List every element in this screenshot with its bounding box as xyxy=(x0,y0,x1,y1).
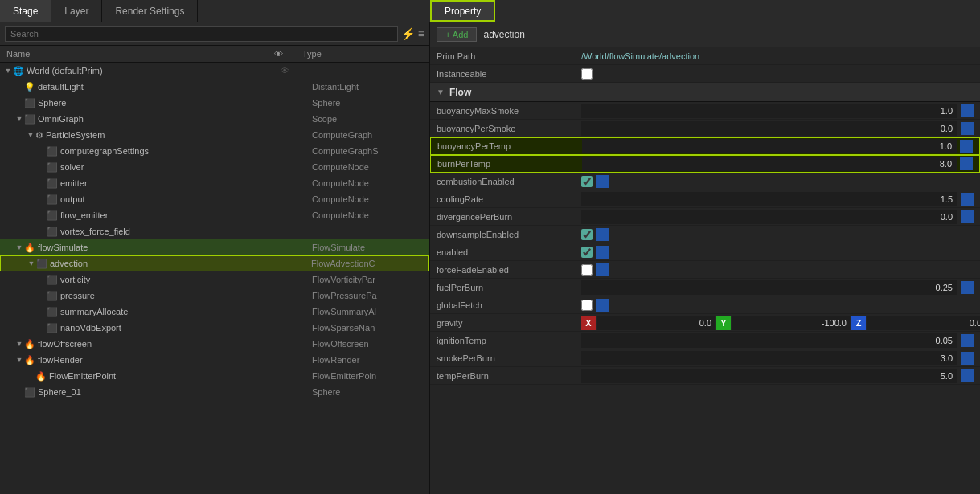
tree-expand-icon[interactable]: ▼ xyxy=(27,259,36,267)
tree-row[interactable]: ⬛Sphere_01Sphere xyxy=(0,384,429,400)
tree-expand-icon[interactable]: ▼ xyxy=(26,131,35,139)
prop-checkbox-combustionEnabled[interactable] xyxy=(581,176,593,187)
prop-btn-enabled[interactable] xyxy=(596,246,609,259)
tree-expand-icon[interactable]: ▼ xyxy=(3,67,13,75)
tree-row[interactable]: ⬛nanoVdbExportFlowSparseNan xyxy=(0,320,429,336)
prop-btn-buoyancyMaxSmoke[interactable] xyxy=(961,104,974,117)
tree-node-icon: 🔥 xyxy=(24,339,35,349)
tab-layer[interactable]: Layer xyxy=(51,0,102,22)
tree-node-label: advection xyxy=(50,259,260,268)
tree-expand-icon[interactable]: ▼ xyxy=(14,356,24,364)
prop-input-ignitionTemp[interactable] xyxy=(581,333,957,348)
tree-expand-icon[interactable]: ▼ xyxy=(14,115,24,123)
tree-row[interactable]: ▼🌐World (defaultPrim)👁 xyxy=(0,63,429,79)
tree-node-label: output xyxy=(60,194,260,204)
prop-btn-combustionEnabled[interactable] xyxy=(596,175,609,188)
tree-row[interactable]: ⬛vorticityFlowVorticityPar xyxy=(0,271,429,288)
prop-btn-buoyancyPerSmoke[interactable] xyxy=(961,122,974,135)
prim-path-value-area: /World/flowSimulate/advection xyxy=(581,51,974,61)
prop-btn-burnPerTemp[interactable] xyxy=(960,157,973,170)
prop-btn-fuelPerBurn[interactable] xyxy=(961,281,974,294)
prop-value-area-buoyancyPerSmoke xyxy=(581,121,974,136)
tree-row[interactable]: 💡defaultLightDistantLight xyxy=(0,79,429,95)
prop-input-divergencePerBurn[interactable] xyxy=(581,210,957,224)
tree-row[interactable]: ▼🔥flowRenderFlowRender xyxy=(0,352,429,368)
prop-input-burnPerTemp[interactable] xyxy=(582,157,957,171)
prop-btn-coolingRate[interactable] xyxy=(961,193,974,206)
tree-row[interactable]: ▼⬛OmniGraphScope xyxy=(0,111,429,127)
prop-checkbox-downsampleEnabled[interactable] xyxy=(581,229,593,240)
property-row-buoyancyPerTemp: buoyancyPerTemp xyxy=(430,137,980,155)
tree-row[interactable]: ⬛summaryAllocateFlowSummaryAl xyxy=(0,304,429,320)
prop-checkbox-enabled[interactable] xyxy=(581,247,593,258)
tree-area[interactable]: ▼🌐World (defaultPrim)👁💡defaultLightDista… xyxy=(0,63,429,494)
add-button[interactable]: + Add xyxy=(437,27,477,42)
tree-row[interactable]: ▼🔥flowSimulateFlowSimulate xyxy=(0,239,429,255)
xyz-input-y[interactable] xyxy=(732,316,850,330)
tree-expand-icon[interactable]: ▼ xyxy=(14,340,24,348)
search-input[interactable] xyxy=(5,26,398,42)
prop-checkbox-forceFadeEnabled[interactable] xyxy=(581,264,593,276)
tab-property[interactable]: Property xyxy=(430,0,495,22)
prop-value-area-globalFetch xyxy=(581,299,974,312)
tree-row[interactable]: ⬛pressureFlowPressurePa xyxy=(0,288,429,304)
tree-row[interactable]: ⬛emitterComputeNode xyxy=(0,175,429,191)
prop-input-smokePerBurn[interactable] xyxy=(581,351,957,365)
prop-checkbox-globalFetch[interactable] xyxy=(581,300,593,311)
property-row-downsampleEnabled: downsampleEnabled xyxy=(430,226,980,243)
tree-row[interactable]: ⬛solverComputeNode xyxy=(0,159,429,175)
tree-eye-icon[interactable]: 👁 xyxy=(260,66,309,76)
tree-type-label: ComputeGraph xyxy=(309,130,429,140)
property-row-enabled: enabled xyxy=(430,243,980,261)
prop-btn-buoyancyPerTemp[interactable] xyxy=(960,140,973,153)
tree-node-label: Sphere_01 xyxy=(38,387,260,397)
tab-render-settings[interactable]: Render Settings xyxy=(102,0,198,22)
tree-row[interactable]: ▼⚙ParticleSystemComputeGraph xyxy=(0,127,429,143)
tree-node-label: flowSimulate xyxy=(38,243,260,252)
xyz-label-y: Y xyxy=(716,316,731,330)
prop-btn-forceFadeEnabled[interactable] xyxy=(596,263,609,276)
prop-btn-divergencePerBurn[interactable] xyxy=(961,210,974,223)
xyz-input-z[interactable] xyxy=(867,316,980,330)
tree-type-label: Scope xyxy=(309,114,429,124)
instanceable-row: Instanceable xyxy=(430,65,980,83)
prop-btn-smokePerBurn[interactable] xyxy=(961,352,974,365)
tree-row[interactable]: ▼🔥flowOffscreenFlowOffscreen xyxy=(0,336,429,352)
tree-row[interactable]: ⬛vortex_force_field xyxy=(0,223,429,239)
prop-value-area-buoyancyMaxSmoke xyxy=(581,104,974,118)
prop-btn-tempPerBurn[interactable] xyxy=(961,369,974,382)
menu-icon[interactable]: ≡ xyxy=(418,27,424,40)
prop-input-fuelPerBurn[interactable] xyxy=(581,280,957,295)
prop-input-buoyancyPerSmoke[interactable] xyxy=(581,121,957,136)
tree-expand-icon[interactable]: ▼ xyxy=(14,243,24,251)
tree-row[interactable]: ⬛flow_emitterComputeNode xyxy=(0,207,429,223)
flow-section-header[interactable]: ▼ Flow xyxy=(430,83,980,102)
prop-btn-globalFetch[interactable] xyxy=(596,299,609,312)
prop-input-coolingRate[interactable] xyxy=(581,192,957,206)
prop-btn-downsampleEnabled[interactable] xyxy=(596,228,609,241)
prop-input-tempPerBurn[interactable] xyxy=(581,369,957,383)
tree-node-icon: ⬛ xyxy=(24,98,35,108)
prop-xyz-row-gravity: XYZ xyxy=(581,316,980,330)
tree-row[interactable]: ⬛computegraphSettingsComputeGraphS xyxy=(0,143,429,159)
prop-label-fuelPerBurn: fuelPerBurn xyxy=(437,283,581,292)
xyz-input-x[interactable] xyxy=(597,316,715,330)
property-row-buoyancyPerSmoke: buoyancyPerSmoke xyxy=(430,120,980,137)
prop-btn-ignitionTemp[interactable] xyxy=(961,334,974,347)
tree-node-icon: ⬛ xyxy=(47,162,58,173)
prop-label-gravity: gravity xyxy=(437,318,581,328)
property-row-gravity: gravityXYZ xyxy=(430,314,980,332)
instanceable-checkbox[interactable] xyxy=(581,68,593,80)
filter-icon[interactable]: ⚡ xyxy=(401,27,415,40)
prop-input-buoyancyMaxSmoke[interactable] xyxy=(581,104,957,118)
tree-node-icon: ⬛ xyxy=(47,227,58,237)
tree-row[interactable]: ⬛SphereSphere xyxy=(0,95,429,111)
tab-stage[interactable]: Stage xyxy=(0,0,51,22)
prop-input-buoyancyPerTemp[interactable] xyxy=(582,139,957,153)
tree-node-icon: 🔥 xyxy=(24,243,35,253)
tree-row[interactable]: ▼⬛advectionFlowAdvectionC xyxy=(0,255,429,271)
tree-row[interactable]: 🔥FlowEmitterPointFlowEmitterPoin xyxy=(0,368,429,384)
tree-row[interactable]: ⬛outputComputeNode xyxy=(0,191,429,207)
prop-label-coolingRate: coolingRate xyxy=(437,194,581,204)
prop-value-area-coolingRate xyxy=(581,192,974,206)
